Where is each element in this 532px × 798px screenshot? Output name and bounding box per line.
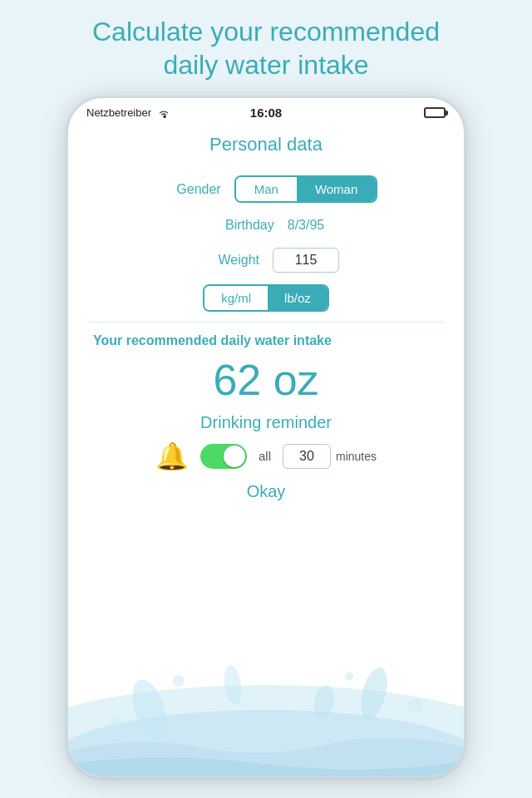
headline-line1: Calculate your recommended — [92, 17, 440, 47]
birthday-label: Birthday — [208, 218, 274, 233]
svg-point-8 — [408, 698, 423, 713]
status-bar: Netzbetreiber 16:08 — [68, 98, 464, 122]
bell-icon: 🔔 — [155, 441, 189, 472]
gender-man-button[interactable]: Man — [236, 177, 297, 201]
minutes-label: minutes — [336, 450, 377, 463]
reminder-row: 🔔 all minutes — [85, 441, 447, 472]
recommended-label: Your recommended daily water intake — [85, 332, 447, 350]
minutes-wrap: minutes — [283, 444, 377, 469]
headline: Calculate your recommended daily water i… — [59, 15, 473, 81]
status-time: 16:08 — [250, 106, 282, 120]
weight-input[interactable] — [273, 248, 339, 273]
recommended-value: 62 oz — [85, 355, 447, 405]
gender-woman-button[interactable]: Woman — [297, 177, 376, 201]
headline-line2: daily water intake — [163, 50, 368, 80]
water-splash-bg — [68, 560, 464, 776]
svg-point-1 — [68, 710, 464, 776]
gender-label: Gender — [155, 182, 221, 197]
gender-row: Gender Man Woman — [93, 175, 439, 203]
reminder-toggle[interactable] — [200, 444, 247, 469]
app-title: Personal data — [209, 134, 323, 155]
weight-label: Weight — [193, 253, 259, 268]
svg-point-7 — [345, 672, 353, 681]
unit-row: kg/ml lb/oz — [93, 284, 439, 312]
unit-toggle[interactable]: kg/ml lb/oz — [203, 284, 329, 312]
okay-button[interactable]: Okay — [68, 482, 464, 501]
page-background: Calculate your recommended daily water i… — [0, 0, 532, 798]
birthday-row: Birthday 8/3/95 — [93, 218, 439, 233]
svg-point-5 — [312, 683, 337, 720]
unit-kgml-button[interactable]: kg/ml — [204, 286, 268, 310]
svg-point-6 — [173, 675, 185, 687]
birthday-value[interactable]: 8/3/95 — [288, 218, 324, 233]
reminder-title: Drinking reminder — [85, 413, 447, 432]
svg-point-9 — [111, 717, 121, 727]
phone-frame: Netzbetreiber 16:08 Personal data Gender — [66, 96, 466, 778]
reminder-section: Drinking reminder 🔔 all minutes — [68, 408, 464, 472]
gender-toggle[interactable]: Man Woman — [234, 175, 378, 203]
wifi-icon — [158, 110, 170, 118]
minutes-input[interactable] — [283, 444, 331, 469]
divider — [88, 322, 444, 323]
toggle-knob — [224, 446, 245, 467]
svg-point-0 — [68, 685, 464, 776]
svg-point-3 — [356, 664, 392, 722]
app-content: Personal data Gender Man Woman Birthday … — [68, 122, 464, 776]
recommended-section: Your recommended daily water intake 62 o… — [68, 324, 464, 408]
form-section: Gender Man Woman Birthday 8/3/95 Weight — [68, 160, 464, 320]
svg-point-4 — [222, 664, 244, 706]
weight-row: Weight — [93, 248, 439, 273]
reminder-all-label: all — [259, 449, 271, 463]
unit-lboz-button[interactable]: lb/oz — [268, 286, 328, 310]
carrier-label: Netzbetreiber — [86, 106, 170, 119]
svg-point-2 — [126, 675, 174, 744]
battery-icon — [424, 107, 446, 118]
